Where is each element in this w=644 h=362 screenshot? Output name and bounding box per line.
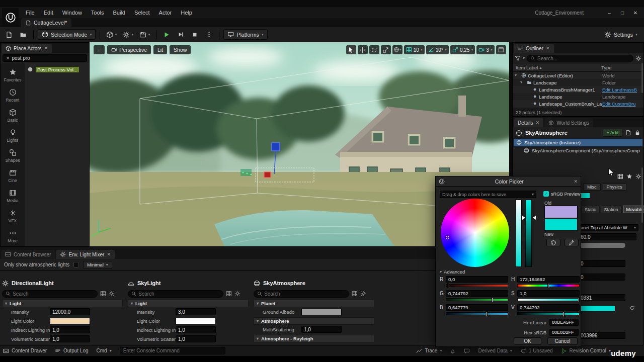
- slider-marker[interactable]: [578, 297, 580, 302]
- channel-value-field[interactable]: [517, 276, 580, 283]
- color-swatch[interactable]: [301, 309, 342, 315]
- slider-marker[interactable]: [563, 311, 565, 316]
- channel-slider[interactable]: [517, 298, 580, 301]
- grid-icon[interactable]: [226, 291, 232, 297]
- cancel-button[interactable]: Cancel: [547, 337, 578, 345]
- table-row[interactable]: ▾CottageLevel (Editor)World: [513, 72, 643, 79]
- maximize-viewport-button[interactable]: [496, 45, 506, 54]
- env-light-mixer-tab[interactable]: Env. Light Mixer ✕: [56, 250, 115, 259]
- skip-frame-button[interactable]: [175, 29, 187, 40]
- table-row[interactable]: Landscape_CustomBrush_LandiEdit CustomBr…: [513, 100, 643, 107]
- color-swatch[interactable]: [50, 318, 90, 324]
- sidebar-item-media[interactable]: Media: [1, 186, 25, 206]
- save-button[interactable]: [3, 29, 15, 40]
- channel-slider[interactable]: [446, 312, 508, 315]
- star-icon[interactable]: [626, 173, 632, 179]
- menu-help[interactable]: Help: [176, 7, 197, 18]
- atmospheric-filter-checkbox[interactable]: [73, 262, 79, 267]
- gear-icon[interactable]: [234, 291, 240, 297]
- edit-brush-link[interactable]: Edit CustomBru: [602, 101, 641, 107]
- property-field-c[interactable]: [578, 294, 625, 301]
- number-field[interactable]: [50, 308, 90, 315]
- channel-value-field[interactable]: [446, 290, 508, 297]
- maximize-button[interactable]: □: [616, 8, 629, 18]
- world-settings-tab[interactable]: World Settings: [544, 118, 593, 127]
- number-field[interactable]: [301, 326, 342, 333]
- revision-control-button[interactable]: Revision Control▾: [561, 348, 611, 354]
- gear-icon[interactable]: [635, 173, 641, 179]
- channel-slider[interactable]: [446, 284, 508, 287]
- advanced-toggle[interactable]: ▾ Advanced: [440, 269, 465, 275]
- close-button[interactable]: ✕: [629, 8, 642, 18]
- ground-radius-field[interactable]: [578, 233, 636, 240]
- notifications-icon[interactable]: [450, 348, 456, 354]
- world-space-button[interactable]: ▾: [392, 45, 403, 54]
- mixer-search-field[interactable]: [138, 291, 220, 297]
- component-row-instance[interactable]: SkyAtmosphere (Instance): [514, 139, 642, 146]
- number-field[interactable]: [176, 326, 216, 333]
- place-actors-tab[interactable]: Place Actors ✕: [2, 44, 52, 53]
- camera-speed-control[interactable]: 3▾: [476, 45, 495, 54]
- mixer-search[interactable]: [128, 290, 223, 298]
- sidebar-item-cine[interactable]: Cine: [1, 166, 25, 186]
- color-wheel[interactable]: [441, 199, 509, 267]
- expander-icon[interactable]: ▾: [520, 80, 525, 84]
- sidebar-item-vfx[interactable]: VFX: [1, 206, 25, 226]
- content-browser-tab[interactable]: Content Browser: [1, 250, 55, 259]
- place-actors-search[interactable]: ✕: [3, 54, 87, 62]
- channel-value-field[interactable]: [446, 276, 508, 283]
- table-row[interactable]: LandmassBrushManager1Edit LandmassB: [513, 86, 643, 93]
- rotate-tool-button[interactable]: [369, 45, 379, 54]
- trace-button[interactable]: Trace▾: [416, 348, 442, 354]
- show-flags-button[interactable]: Show: [170, 45, 191, 54]
- sidebar-item-recent[interactable]: Recent: [1, 85, 25, 106]
- close-icon[interactable]: ✕: [574, 179, 578, 184]
- mixer-search[interactable]: [254, 290, 349, 298]
- menu-actor[interactable]: Actor: [154, 7, 177, 18]
- eyedropper-button[interactable]: [565, 239, 579, 246]
- number-field[interactable]: [176, 335, 216, 342]
- table-row[interactable]: ▾LandscapeFolder: [513, 79, 643, 86]
- type-column[interactable]: Type: [601, 65, 640, 70]
- rayleigh-color-swatch[interactable]: [578, 305, 615, 312]
- messages-icon[interactable]: [464, 348, 470, 354]
- cmd-dropdown[interactable]: Cmd▾: [97, 348, 112, 353]
- viewport-options-button[interactable]: ≡: [94, 45, 105, 54]
- item-label-column[interactable]: Item Label: [516, 65, 538, 70]
- sidebar-item-basic[interactable]: Basic: [1, 106, 25, 126]
- themes-button[interactable]: [546, 239, 560, 246]
- channel-slider[interactable]: [446, 298, 508, 301]
- hex-srgb-field[interactable]: [549, 329, 579, 336]
- section-header[interactable]: ▾Atmosphere: [254, 317, 374, 325]
- menu-window[interactable]: Window: [58, 7, 87, 18]
- value-bar-marker[interactable]: [533, 216, 536, 220]
- ok-button[interactable]: OK: [514, 337, 541, 345]
- mixer-search[interactable]: [2, 290, 98, 298]
- subtab-misc[interactable]: Misc: [583, 184, 601, 191]
- section-header[interactable]: ▾Light: [128, 300, 249, 307]
- section-header[interactable]: ▾Planet: [254, 300, 374, 307]
- property-field-b[interactable]: [578, 274, 625, 281]
- unreal-logo[interactable]: [2, 8, 19, 27]
- blueprints-button[interactable]: ▾: [121, 29, 135, 40]
- blueprint-icon[interactable]: [625, 130, 631, 136]
- close-icon[interactable]: ✕: [107, 252, 111, 257]
- sidebar-item-shapes[interactable]: Shapes: [1, 146, 25, 166]
- stop-button[interactable]: [189, 29, 201, 40]
- gear-icon[interactable]: [109, 291, 115, 297]
- srgb-preview-checkbox[interactable]: ✓: [543, 191, 549, 197]
- output-log-button[interactable]: Output Log: [55, 348, 88, 354]
- component-row-child[interactable]: SkyAtmosphereComponent (SkyAtmosphereCom…: [514, 147, 642, 154]
- channel-value-field[interactable]: [446, 304, 508, 311]
- slider-marker[interactable]: [547, 283, 549, 288]
- console-command-input[interactable]: [120, 347, 225, 354]
- channel-value-field[interactable]: [517, 304, 580, 311]
- channel-value-field[interactable]: [517, 290, 580, 297]
- slider-marker[interactable]: [492, 297, 493, 302]
- lock-icon[interactable]: [634, 130, 640, 136]
- menu-edit[interactable]: Edit: [39, 7, 58, 18]
- number-field[interactable]: [176, 308, 216, 315]
- grid-snap-control[interactable]: 10▾: [404, 45, 425, 54]
- outliner-column-header[interactable]: Item Label ▴ Type: [513, 64, 643, 72]
- select-tool-button[interactable]: [346, 45, 356, 54]
